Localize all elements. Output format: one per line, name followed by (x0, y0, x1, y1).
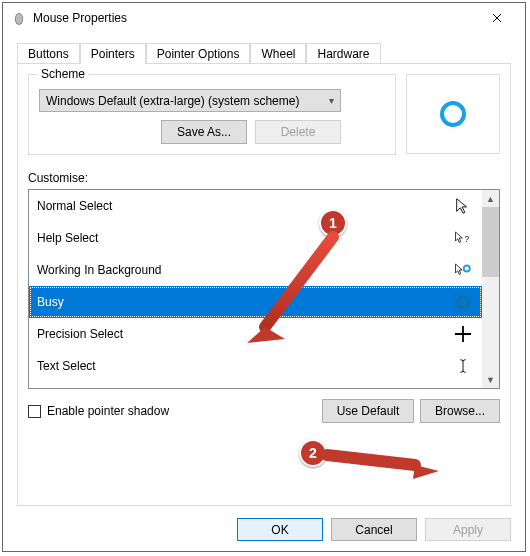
scheme-combo[interactable]: Windows Default (extra-large) (system sc… (39, 89, 341, 112)
enable-pointer-shadow-checkbox[interactable]: Enable pointer shadow (28, 404, 169, 418)
tab-pointer-options[interactable]: Pointer Options (146, 43, 251, 63)
checkbox-box[interactable] (28, 405, 41, 418)
tabs: Buttons Pointers Pointer Options Wheel H… (17, 41, 511, 63)
cursor-listbox[interactable]: Normal Select Help Select ? Working In B… (28, 189, 500, 389)
delete-button: Delete (255, 120, 341, 144)
chevron-down-icon: ▾ (329, 95, 334, 106)
window-title: Mouse Properties (33, 11, 477, 25)
precision-cursor-icon (452, 325, 474, 343)
scroll-track[interactable] (482, 207, 499, 371)
busy-ring-icon (440, 101, 466, 127)
list-item[interactable]: Normal Select (29, 190, 482, 222)
close-button[interactable] (477, 4, 517, 32)
mouse-icon (11, 10, 27, 26)
browse-button[interactable]: Browse... (420, 399, 500, 423)
dialog-footer: OK Cancel Apply (237, 518, 511, 541)
tab-buttons[interactable]: Buttons (17, 43, 80, 63)
list-item[interactable]: Text Select (29, 350, 482, 382)
tab-wheel[interactable]: Wheel (250, 43, 306, 63)
scroll-down-button[interactable]: ▼ (482, 371, 499, 388)
svg-point-1 (16, 14, 22, 24)
tab-panel-pointers: Scheme Windows Default (extra-large) (sy… (17, 63, 511, 506)
customise-label: Customise: (28, 171, 500, 185)
cursor-preview (406, 74, 500, 154)
listbox-scrollbar[interactable]: ▲ ▼ (482, 190, 499, 388)
text-cursor-icon (452, 357, 474, 375)
mouse-properties-window: Mouse Properties Buttons Pointers Pointe… (2, 2, 526, 552)
help-cursor-icon: ? (452, 229, 474, 247)
apply-button: Apply (425, 518, 511, 541)
scheme-groupbox: Scheme Windows Default (extra-large) (sy… (28, 74, 396, 155)
list-item-selected[interactable]: Busy (29, 286, 482, 318)
scroll-up-button[interactable]: ▲ (482, 190, 499, 207)
save-as-button[interactable]: Save As... (161, 120, 247, 144)
checkbox-label: Enable pointer shadow (47, 404, 169, 418)
scheme-combo-value: Windows Default (extra-large) (system sc… (46, 94, 299, 108)
svg-text:?: ? (465, 235, 470, 244)
scheme-legend: Scheme (37, 67, 89, 81)
svg-point-4 (458, 297, 469, 308)
list-item[interactable]: Precision Select (29, 318, 482, 350)
list-item[interactable]: Working In Background (29, 254, 482, 286)
svg-point-3 (464, 266, 470, 272)
list-item[interactable]: Help Select ? (29, 222, 482, 254)
scroll-thumb[interactable] (482, 207, 499, 277)
use-default-button[interactable]: Use Default (322, 399, 414, 423)
ok-button[interactable]: OK (237, 518, 323, 541)
working-cursor-icon (452, 261, 474, 279)
busy-cursor-icon (452, 293, 474, 311)
tab-pointers[interactable]: Pointers (80, 43, 146, 64)
arrow-cursor-icon (452, 197, 474, 215)
cancel-button[interactable]: Cancel (331, 518, 417, 541)
tab-hardware[interactable]: Hardware (306, 43, 380, 63)
titlebar: Mouse Properties (3, 3, 525, 33)
